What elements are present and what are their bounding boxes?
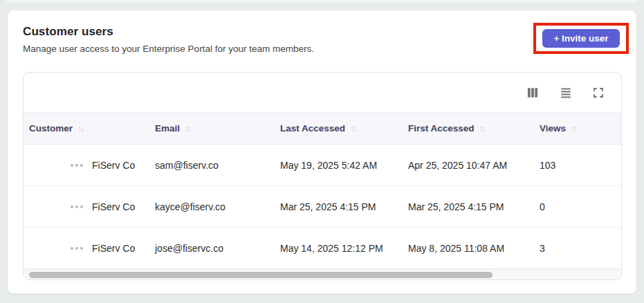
expand-fullscreen-icon[interactable] bbox=[591, 85, 606, 100]
row-menu-ellipsis-icon[interactable] bbox=[68, 201, 86, 213]
users-table: Customer ↑↓ Email ↑↓ Last Accessed ↑↓ Fi… bbox=[23, 72, 622, 280]
row-menu-ellipsis-icon[interactable] bbox=[68, 159, 86, 172]
customer-users-card: Customer users Manage user access to you… bbox=[7, 10, 637, 294]
invite-user-button[interactable]: + Invite user bbox=[542, 29, 619, 48]
rows-view-icon[interactable] bbox=[558, 84, 574, 101]
sort-icon: ↑↓ bbox=[350, 124, 356, 134]
cell-customer: FiServ Co bbox=[92, 201, 135, 212]
cell-first-accessed: Apr 25, 2025 10:47 AM bbox=[403, 160, 534, 171]
table-row: FiServ Co kayce@fiserv.co Mar 25, 2025 4… bbox=[24, 186, 621, 228]
table-row: FiServ Co sam@fiserv.co May 19, 2025 5:4… bbox=[24, 145, 621, 186]
column-header-customer[interactable]: Customer ↑↓ bbox=[24, 123, 149, 134]
cell-views: 0 bbox=[534, 201, 621, 212]
scrollbar-thumb[interactable] bbox=[29, 272, 493, 278]
page-subtitle: Manage user access to your Enterprise Po… bbox=[23, 44, 314, 54]
cell-customer: FiServ Co bbox=[92, 243, 135, 254]
sort-icon: ↑↓ bbox=[571, 124, 576, 134]
sort-icon: ↑↓ bbox=[77, 124, 83, 134]
cell-last-accessed: May 14, 2025 12:12 PM bbox=[275, 243, 403, 254]
column-header-first-accessed[interactable]: First Accessed ↑↓ bbox=[403, 123, 534, 134]
row-menu-ellipsis-icon[interactable] bbox=[68, 242, 86, 255]
cell-last-accessed: Mar 25, 2025 4:15 PM bbox=[275, 201, 403, 212]
sort-icon: ↑↓ bbox=[185, 124, 190, 134]
page-title: Customer users bbox=[23, 25, 113, 39]
cell-email: sam@fiserv.co bbox=[149, 160, 275, 171]
cell-views: 103 bbox=[534, 160, 621, 171]
previous-card-bottom-edge bbox=[6, 0, 638, 3]
cell-last-accessed: May 19, 2025 5:42 AM bbox=[275, 160, 403, 171]
sort-icon: ↑↓ bbox=[479, 124, 485, 134]
cell-views: 3 bbox=[534, 243, 621, 254]
cell-email: kayce@fiserv.co bbox=[149, 201, 275, 212]
columns-view-icon[interactable] bbox=[524, 84, 541, 101]
cell-first-accessed: Mar 25, 2025 4:15 PM bbox=[403, 201, 534, 212]
column-header-last-accessed[interactable]: Last Accessed ↑↓ bbox=[275, 123, 403, 134]
annotation-highlight-box: + Invite user bbox=[533, 23, 629, 54]
table-toolbar bbox=[24, 73, 621, 112]
horizontal-scrollbar[interactable] bbox=[24, 269, 621, 279]
column-header-email[interactable]: Email ↑↓ bbox=[149, 123, 275, 134]
table-header-row: Customer ↑↓ Email ↑↓ Last Accessed ↑↓ Fi… bbox=[24, 112, 621, 145]
cell-first-accessed: May 8, 2025 11:08 AM bbox=[403, 243, 534, 254]
cell-customer: FiServ Co bbox=[92, 160, 135, 171]
table-row: FiServ Co jose@fiservc.co May 14, 2025 1… bbox=[24, 228, 621, 269]
cell-email: jose@fiservc.co bbox=[149, 243, 275, 254]
column-header-views[interactable]: Views ↑↓ bbox=[534, 123, 621, 134]
